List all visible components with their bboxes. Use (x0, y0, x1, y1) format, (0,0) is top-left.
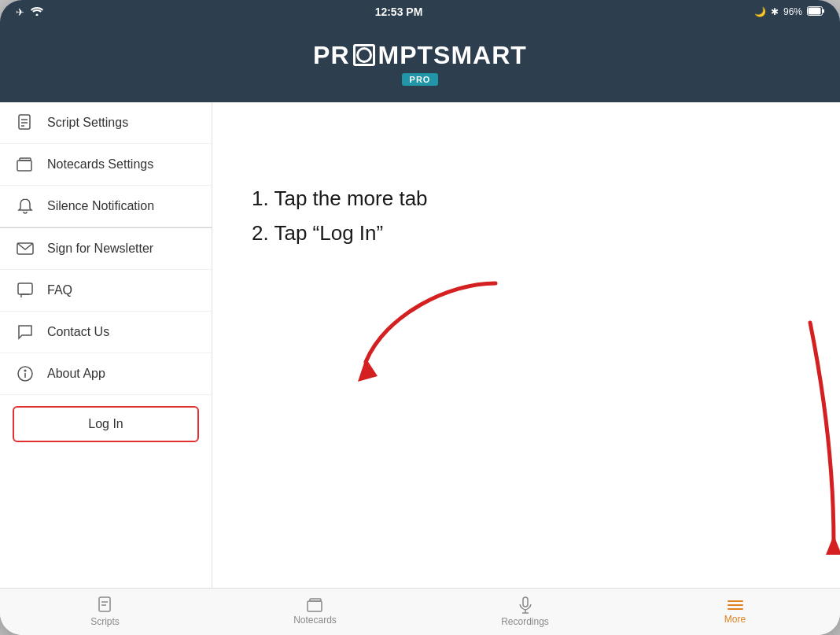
more-tab-icon (727, 599, 744, 611)
notecards-icon (16, 155, 35, 174)
content-area: 1. Tap the more tab 2. Tap “Log In” (212, 102, 840, 588)
status-bar: ✈ 12:53 PM 🌙 ✱ 96% (0, 0, 840, 24)
svg-rect-9 (20, 158, 31, 161)
tab-more-label: More (724, 614, 746, 625)
chat-icon (16, 323, 35, 341)
svg-rect-20 (308, 601, 322, 611)
app-header: PR MPTSMART PRO (0, 24, 840, 102)
moon-icon: 🌙 (754, 6, 766, 17)
menu-label-sign-newsletter: Sign for Newsletter (47, 242, 153, 256)
pro-badge: PRO (402, 73, 439, 86)
tab-notecards[interactable]: Notecards (210, 589, 420, 635)
svg-rect-22 (523, 597, 528, 607)
email-icon (16, 239, 35, 258)
menu-item-about-app[interactable]: About App (0, 353, 212, 395)
svg-marker-16 (826, 535, 840, 555)
svg-rect-17 (99, 597, 110, 611)
svg-point-14 (24, 370, 26, 371)
bluetooth-icon: ✱ (771, 6, 779, 17)
menu-label-script-settings: Script Settings (47, 116, 128, 130)
wifi-icon (31, 6, 43, 18)
menu-item-script-settings[interactable]: Script Settings (0, 102, 212, 144)
tab-recordings[interactable]: Recordings (420, 589, 630, 635)
mic-tab-icon (519, 596, 532, 614)
svg-rect-8 (17, 161, 31, 171)
tab-more[interactable]: More (630, 589, 840, 635)
menu-panel: Script Settings Notecards Settings (0, 102, 212, 588)
arrow-overlay (212, 102, 840, 588)
logo-container: PR MPTSMART PRO (313, 41, 527, 86)
menu-item-sign-newsletter[interactable]: Sign for Newsletter (0, 228, 212, 270)
svg-rect-4 (19, 115, 30, 129)
svg-rect-11 (18, 283, 32, 294)
bell-icon (16, 197, 35, 216)
menu-item-contact-us[interactable]: Contact Us (0, 312, 212, 353)
menu-label-faq: FAQ (47, 283, 72, 297)
airplane-icon: ✈ (16, 6, 24, 18)
menu-item-faq[interactable]: FAQ (0, 270, 212, 312)
battery-icon (807, 6, 824, 18)
svg-marker-15 (358, 358, 378, 382)
menu-label-about-app: About App (47, 367, 105, 381)
scripts-tab-icon (98, 596, 113, 614)
logo-text: PR MPTSMART (313, 41, 527, 70)
tab-scripts[interactable]: Scripts (0, 589, 210, 635)
tab-scripts-label: Scripts (90, 616, 120, 627)
status-time: 12:53 PM (375, 6, 423, 18)
tab-notecards-label: Notecards (293, 615, 337, 626)
notecards-tab-icon (307, 598, 324, 612)
info-icon (16, 364, 35, 383)
svg-rect-2 (823, 9, 824, 13)
tab-recordings-label: Recordings (501, 616, 549, 627)
tab-bar: Scripts Notecards Recordings (0, 588, 840, 635)
menu-label-contact-us: Contact Us (47, 325, 109, 339)
menu-label-silence-notification: Silence Notification (47, 199, 154, 213)
svg-point-0 (36, 13, 39, 16)
document-icon (16, 113, 35, 132)
menu-label-notecards-settings: Notecards Settings (47, 157, 153, 172)
logo-pre: PR (313, 41, 349, 70)
menu-item-notecards-settings[interactable]: Notecards Settings (0, 144, 212, 186)
logo-icon (353, 44, 375, 66)
logo-post: MPTSMART (378, 41, 527, 70)
svg-rect-3 (808, 7, 820, 14)
main-content: Script Settings Notecards Settings (0, 102, 840, 588)
login-button[interactable]: Log In (13, 406, 199, 442)
status-right-icons: 🌙 ✱ 96% (754, 6, 824, 18)
faq-icon (16, 281, 35, 300)
status-left-icons: ✈ (16, 6, 43, 18)
device-frame: ✈ 12:53 PM 🌙 ✱ 96% (0, 0, 840, 635)
svg-rect-21 (310, 599, 321, 601)
battery-percent: 96% (783, 6, 802, 17)
menu-item-silence-notification[interactable]: Silence Notification (0, 186, 212, 227)
